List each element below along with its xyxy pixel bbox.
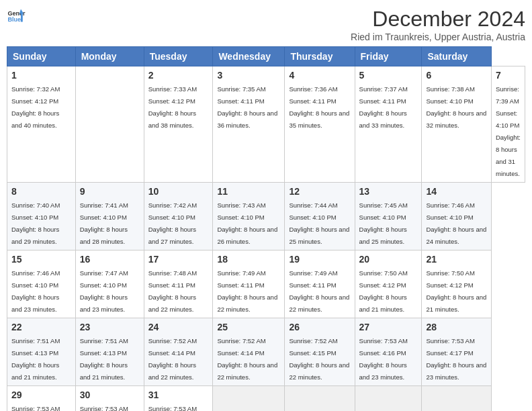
calendar-cell-w2-5: 13Sunrise: 7:45 AMSunset: 4:10 PMDayligh… bbox=[355, 183, 422, 250]
day-info: Sunrise: 7:53 AMSunset: 4:16 PMDaylight:… bbox=[359, 337, 408, 381]
day-number: 5 bbox=[359, 70, 418, 81]
logo: General Blue bbox=[7, 7, 26, 26]
calendar-cell-w2-3: 11Sunrise: 7:43 AMSunset: 4:10 PMDayligh… bbox=[213, 183, 285, 250]
calendar-cell-w3-6: 21Sunrise: 7:50 AMSunset: 4:12 PMDayligh… bbox=[422, 250, 492, 318]
day-info: Sunrise: 7:52 AMSunset: 4:14 PMDaylight:… bbox=[148, 337, 197, 381]
calendar-week-3: 15Sunrise: 7:46 AMSunset: 4:10 PMDayligh… bbox=[7, 250, 525, 318]
day-number: 22 bbox=[11, 322, 71, 332]
calendar-table: SundayMondayTuesdayWednesdayThursdayFrid… bbox=[7, 46, 525, 411]
day-info: Sunrise: 7:39 AMSunset: 4:10 PMDaylight:… bbox=[496, 85, 521, 177]
calendar-cell-w5-3 bbox=[213, 386, 285, 412]
day-number: 30 bbox=[80, 390, 140, 400]
day-info: Sunrise: 7:50 AMSunset: 4:12 PMDaylight:… bbox=[426, 269, 486, 313]
day-number: 26 bbox=[289, 322, 350, 332]
svg-text:Blue: Blue bbox=[7, 16, 21, 23]
day-info: Sunrise: 7:33 AMSunset: 4:12 PMDaylight:… bbox=[148, 85, 197, 129]
calendar-cell-1 bbox=[75, 66, 144, 183]
day-info: Sunrise: 7:51 AMSunset: 4:13 PMDaylight:… bbox=[80, 337, 128, 381]
day-info: Sunrise: 7:53 AMSunset: 4:18 PMDaylight:… bbox=[80, 405, 128, 411]
calendar-cell-2: 2Sunrise: 7:33 AMSunset: 4:12 PMDaylight… bbox=[144, 66, 213, 183]
calendar-cell-w3-5: 20Sunrise: 7:50 AMSunset: 4:12 PMDayligh… bbox=[355, 250, 422, 318]
calendar-cell-w3-1: 16Sunrise: 7:47 AMSunset: 4:10 PMDayligh… bbox=[75, 250, 144, 318]
day-number: 12 bbox=[289, 186, 350, 197]
day-number: 24 bbox=[148, 322, 209, 332]
calendar-cell-4: 4Sunrise: 7:36 AMSunset: 4:11 PMDaylight… bbox=[285, 66, 355, 183]
calendar-cell-3: 3Sunrise: 7:35 AMSunset: 4:11 PMDaylight… bbox=[213, 66, 285, 183]
weekday-header-sunday: Sunday bbox=[7, 47, 76, 66]
day-info: Sunrise: 7:53 AMSunset: 4:17 PMDaylight:… bbox=[426, 337, 486, 381]
day-number: 27 bbox=[359, 322, 418, 332]
weekday-header-friday: Friday bbox=[355, 47, 422, 66]
day-number: 31 bbox=[148, 390, 209, 400]
day-number: 13 bbox=[359, 186, 418, 197]
calendar-cell-w4-1: 23Sunrise: 7:51 AMSunset: 4:13 PMDayligh… bbox=[75, 318, 144, 386]
day-info: Sunrise: 7:48 AMSunset: 4:11 PMDaylight:… bbox=[148, 269, 197, 313]
weekday-header-wednesday: Wednesday bbox=[213, 47, 285, 66]
calendar-cell-w4-5: 27Sunrise: 7:53 AMSunset: 4:16 PMDayligh… bbox=[355, 318, 422, 386]
day-number: 20 bbox=[359, 254, 418, 265]
location-subtitle: Ried im Traunkreis, Upper Austria, Austr… bbox=[351, 32, 525, 42]
calendar-cell-w4-6: 28Sunrise: 7:53 AMSunset: 4:17 PMDayligh… bbox=[422, 318, 492, 386]
calendar-cell-w3-3: 18Sunrise: 7:49 AMSunset: 4:11 PMDayligh… bbox=[213, 250, 285, 318]
calendar-cell-w3-0: 15Sunrise: 7:46 AMSunset: 4:10 PMDayligh… bbox=[7, 250, 76, 318]
calendar-cell-w4-4: 26Sunrise: 7:52 AMSunset: 4:15 PMDayligh… bbox=[285, 318, 355, 386]
day-number: 16 bbox=[80, 254, 140, 265]
weekday-header-monday: Monday bbox=[75, 47, 144, 66]
calendar-cell-w4-0: 22Sunrise: 7:51 AMSunset: 4:13 PMDayligh… bbox=[7, 318, 76, 386]
calendar-cell-w5-1: 30Sunrise: 7:53 AMSunset: 4:18 PMDayligh… bbox=[75, 386, 144, 412]
page-header: General Blue December 2024 Ried im Traun… bbox=[7, 7, 525, 42]
day-info: Sunrise: 7:44 AMSunset: 4:10 PMDaylight:… bbox=[289, 201, 349, 245]
day-number: 17 bbox=[148, 254, 209, 265]
day-number: 15 bbox=[11, 254, 71, 265]
day-info: Sunrise: 7:49 AMSunset: 4:11 PMDaylight:… bbox=[217, 269, 277, 313]
calendar-cell-1: 1Sunrise: 7:32 AMSunset: 4:12 PMDaylight… bbox=[7, 66, 76, 183]
day-number: 9 bbox=[80, 186, 140, 197]
day-info: Sunrise: 7:40 AMSunset: 4:10 PMDaylight:… bbox=[11, 201, 60, 245]
day-number: 7 bbox=[496, 70, 521, 81]
month-title: December 2024 bbox=[351, 7, 525, 32]
calendar-cell-w4-2: 24Sunrise: 7:52 AMSunset: 4:14 PMDayligh… bbox=[144, 318, 213, 386]
calendar-cell-w5-4 bbox=[285, 386, 355, 412]
day-number: 19 bbox=[289, 254, 350, 265]
day-number: 28 bbox=[426, 322, 487, 332]
calendar-cell-w5-2: 31Sunrise: 7:53 AMSunset: 4:19 PMDayligh… bbox=[144, 386, 213, 412]
calendar-week-4: 22Sunrise: 7:51 AMSunset: 4:13 PMDayligh… bbox=[7, 318, 525, 386]
day-info: Sunrise: 7:42 AMSunset: 4:10 PMDaylight:… bbox=[148, 201, 197, 245]
day-info: Sunrise: 7:46 AMSunset: 4:10 PMDaylight:… bbox=[11, 269, 60, 313]
day-info: Sunrise: 7:47 AMSunset: 4:10 PMDaylight:… bbox=[80, 269, 128, 313]
calendar-week-1: 1Sunrise: 7:32 AMSunset: 4:12 PMDaylight… bbox=[7, 66, 525, 183]
day-number: 6 bbox=[426, 70, 487, 81]
calendar-cell-w2-6: 14Sunrise: 7:46 AMSunset: 4:10 PMDayligh… bbox=[422, 183, 492, 250]
calendar-cell-w3-2: 17Sunrise: 7:48 AMSunset: 4:11 PMDayligh… bbox=[144, 250, 213, 318]
calendar-cell-w5-5 bbox=[355, 386, 422, 412]
day-info: Sunrise: 7:53 AMSunset: 4:19 PMDaylight:… bbox=[148, 405, 197, 411]
day-number: 11 bbox=[217, 186, 280, 197]
weekday-header-tuesday: Tuesday bbox=[144, 47, 213, 66]
day-number: 18 bbox=[217, 254, 280, 265]
day-number: 25 bbox=[217, 322, 280, 332]
logo-icon: General Blue bbox=[7, 7, 26, 26]
day-info: Sunrise: 7:49 AMSunset: 4:11 PMDaylight:… bbox=[289, 269, 349, 313]
calendar-week-5: 29Sunrise: 7:53 AMSunset: 4:17 PMDayligh… bbox=[7, 386, 525, 412]
calendar-cell-w2-0: 8Sunrise: 7:40 AMSunset: 4:10 PMDaylight… bbox=[7, 183, 76, 250]
day-info: Sunrise: 7:52 AMSunset: 4:15 PMDaylight:… bbox=[289, 337, 349, 381]
title-area: December 2024 Ried im Traunkreis, Upper … bbox=[351, 7, 525, 42]
day-number: 10 bbox=[148, 186, 209, 197]
day-number: 14 bbox=[426, 186, 487, 197]
weekday-header-row: SundayMondayTuesdayWednesdayThursdayFrid… bbox=[7, 47, 525, 66]
day-info: Sunrise: 7:45 AMSunset: 4:10 PMDaylight:… bbox=[359, 201, 408, 245]
day-info: Sunrise: 7:43 AMSunset: 4:10 PMDaylight:… bbox=[217, 201, 277, 245]
calendar-cell-5: 5Sunrise: 7:37 AMSunset: 4:11 PMDaylight… bbox=[355, 66, 422, 183]
day-info: Sunrise: 7:38 AMSunset: 4:10 PMDaylight:… bbox=[426, 85, 486, 129]
day-number: 23 bbox=[80, 322, 140, 332]
day-info: Sunrise: 7:50 AMSunset: 4:12 PMDaylight:… bbox=[359, 269, 408, 313]
calendar-cell-w2-4: 12Sunrise: 7:44 AMSunset: 4:10 PMDayligh… bbox=[285, 183, 355, 250]
day-number: 21 bbox=[426, 254, 487, 265]
day-number: 2 bbox=[148, 70, 209, 81]
calendar-cell-7: 7Sunrise: 7:39 AMSunset: 4:10 PMDaylight… bbox=[491, 66, 525, 183]
day-number: 1 bbox=[11, 70, 71, 81]
day-info: Sunrise: 7:41 AMSunset: 4:10 PMDaylight:… bbox=[80, 201, 128, 245]
day-number: 4 bbox=[289, 70, 350, 81]
calendar-cell-w2-2: 10Sunrise: 7:42 AMSunset: 4:10 PMDayligh… bbox=[144, 183, 213, 250]
day-info: Sunrise: 7:51 AMSunset: 4:13 PMDaylight:… bbox=[11, 337, 60, 381]
